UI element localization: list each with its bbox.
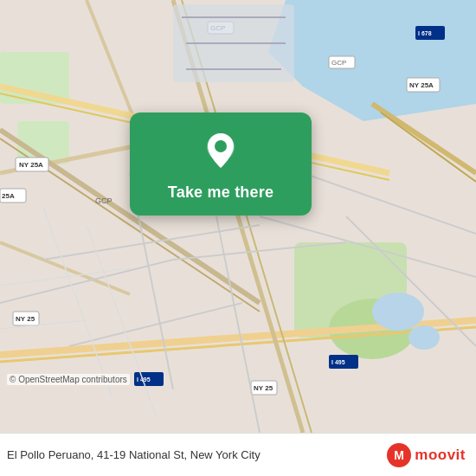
svg-text:GCP: GCP	[331, 59, 346, 67]
bottom-bar: El Pollo Peruano, 41-19 National St, New…	[0, 433, 476, 476]
svg-text:GCP: GCP	[95, 196, 113, 205]
svg-point-63	[215, 140, 227, 152]
moovit-app-icon: M	[387, 443, 411, 467]
svg-text:NY 25A: NY 25A	[19, 161, 43, 169]
svg-text:NY 25A: NY 25A	[409, 81, 434, 89]
location-pin-icon	[197, 128, 244, 175]
svg-point-58	[372, 293, 424, 331]
svg-text:25A: 25A	[2, 192, 15, 200]
svg-text:NY 25: NY 25	[16, 315, 35, 323]
map-container: GCP GCP GCP NY 25A 25A NY 25 NY 25 I 495…	[0, 0, 476, 433]
svg-point-59	[408, 325, 440, 350]
svg-text:NY 25: NY 25	[254, 384, 273, 392]
location-address: El Pollo Peruano, 41-19 National St, New…	[7, 448, 261, 461]
svg-point-2	[363, 35, 467, 104]
map-copyright: © OpenStreetMap contributors	[7, 374, 130, 385]
svg-text:M: M	[394, 448, 404, 462]
svg-text:I 678: I 678	[418, 30, 432, 36]
svg-text:I 495: I 495	[331, 359, 345, 365]
take-me-there-card[interactable]: Take me there	[130, 113, 312, 215]
moovit-logo: M moovit	[387, 443, 466, 467]
map-background: GCP GCP GCP NY 25A 25A NY 25 NY 25 I 495…	[0, 0, 476, 433]
take-me-there-button[interactable]: Take me there	[168, 183, 273, 202]
moovit-brand-text: moovit	[415, 447, 466, 464]
